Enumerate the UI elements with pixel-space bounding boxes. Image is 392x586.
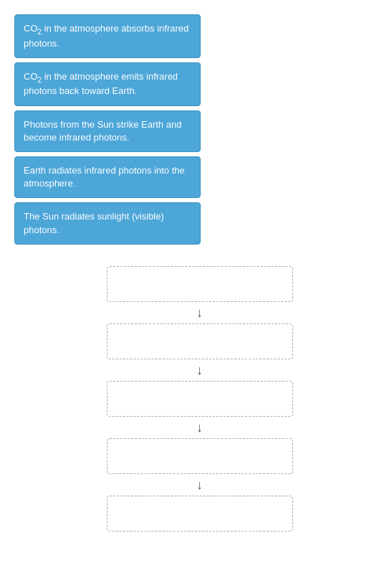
drop-zones-container: ↓↓↓↓ (21, 266, 378, 531)
drop-zone-2[interactable] (107, 323, 293, 359)
source-card-2[interactable]: CO2 in the atmosphere emits infrared pho… (14, 62, 201, 106)
arrow-down-1: ↓ (196, 306, 203, 319)
source-card-1[interactable]: CO2 in the atmosphere absorbs infrared p… (14, 14, 201, 58)
drop-zone-3[interactable] (107, 381, 293, 417)
arrow-down-3: ↓ (196, 421, 203, 434)
source-card-4[interactable]: Earth radiates infrared photons into the… (14, 156, 201, 198)
drop-zone-1[interactable] (107, 266, 293, 302)
drop-zone-4[interactable] (107, 438, 293, 474)
arrow-down-2: ↓ (196, 364, 203, 377)
source-cards-container: CO2 in the atmosphere absorbs infrared p… (14, 14, 378, 245)
drop-zone-5[interactable] (107, 496, 293, 531)
source-card-3[interactable]: Photons from the Sun strike Earth and be… (14, 110, 201, 152)
arrow-down-4: ↓ (196, 478, 203, 491)
source-card-5[interactable]: The Sun radiates sunlight (visible) phot… (14, 202, 201, 244)
